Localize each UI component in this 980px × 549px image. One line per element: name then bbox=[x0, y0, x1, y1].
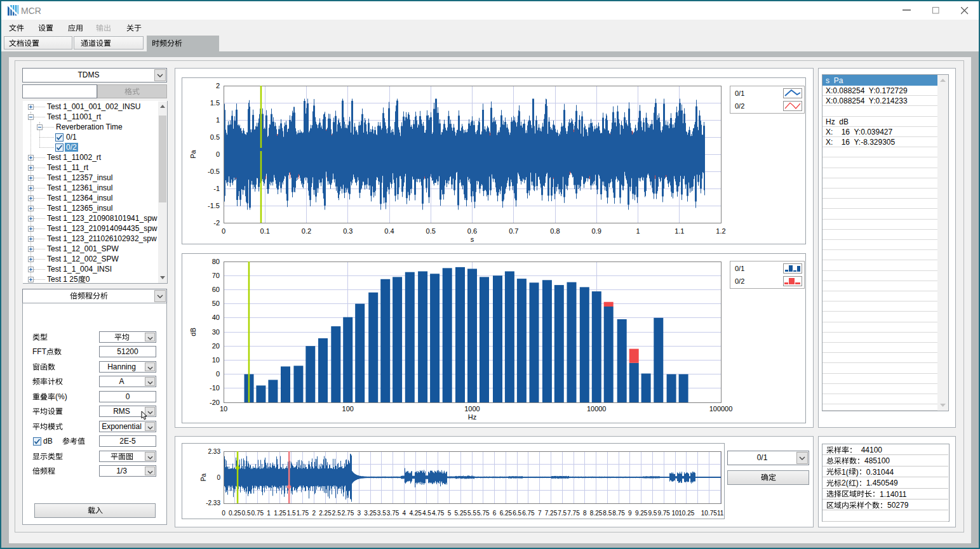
svg-text:11: 11 bbox=[717, 510, 724, 517]
svg-text:0.2: 0.2 bbox=[302, 227, 311, 235]
svg-text:9.5: 9.5 bbox=[648, 510, 657, 517]
svg-text:dB: dB bbox=[189, 327, 197, 336]
svg-text:8.5: 8.5 bbox=[603, 510, 612, 517]
svg-text:3: 3 bbox=[358, 510, 361, 517]
svg-text:2.5: 2.5 bbox=[332, 510, 341, 517]
svg-text:0.5: 0.5 bbox=[210, 133, 220, 141]
svg-text:1.1: 1.1 bbox=[675, 227, 684, 235]
svg-text:4.75: 4.75 bbox=[432, 510, 445, 517]
svg-text:0: 0 bbox=[216, 150, 220, 158]
svg-text:1.25: 1.25 bbox=[274, 510, 286, 517]
svg-text:1000: 1000 bbox=[464, 405, 480, 413]
svg-text:10: 10 bbox=[212, 356, 220, 364]
svg-text:10: 10 bbox=[220, 405, 227, 413]
svg-text:7.5: 7.5 bbox=[558, 510, 567, 517]
svg-text:5: 5 bbox=[448, 510, 452, 517]
svg-text:2.33: 2.33 bbox=[208, 448, 221, 455]
svg-text:10000: 10000 bbox=[587, 405, 607, 413]
svg-text:-10: -10 bbox=[210, 384, 220, 392]
svg-text:5.75: 5.75 bbox=[477, 510, 490, 517]
svg-text:1: 1 bbox=[216, 116, 220, 124]
svg-text:Pa: Pa bbox=[200, 473, 207, 481]
svg-text:0/1: 0/1 bbox=[735, 89, 744, 97]
svg-text:0/2: 0/2 bbox=[735, 277, 744, 285]
svg-text:3.5: 3.5 bbox=[377, 510, 386, 517]
svg-text:1.5: 1.5 bbox=[287, 510, 296, 517]
svg-text:2: 2 bbox=[312, 510, 316, 517]
svg-text:0.3: 0.3 bbox=[343, 227, 352, 235]
svg-text:0.8: 0.8 bbox=[550, 227, 560, 235]
svg-text:1.75: 1.75 bbox=[297, 510, 309, 517]
svg-text:0.9: 0.9 bbox=[592, 227, 601, 235]
svg-text:0/2: 0/2 bbox=[735, 102, 744, 110]
svg-text:7: 7 bbox=[538, 510, 542, 517]
svg-text:20: 20 bbox=[212, 342, 220, 350]
svg-text:6: 6 bbox=[493, 510, 497, 517]
svg-text:-2.33: -2.33 bbox=[206, 499, 220, 506]
svg-text:30: 30 bbox=[212, 328, 220, 336]
svg-text:0: 0 bbox=[216, 370, 220, 378]
svg-text:8.75: 8.75 bbox=[612, 510, 625, 517]
svg-text:8: 8 bbox=[583, 510, 587, 517]
svg-text:0.6: 0.6 bbox=[467, 227, 477, 235]
svg-text:9.75: 9.75 bbox=[657, 510, 670, 517]
svg-text:s: s bbox=[471, 235, 474, 243]
svg-text:0/1: 0/1 bbox=[735, 265, 744, 272]
svg-text:10: 10 bbox=[671, 510, 679, 517]
svg-text:9: 9 bbox=[628, 510, 632, 517]
svg-text:-20: -20 bbox=[210, 399, 220, 406]
svg-text:10.25: 10.25 bbox=[678, 510, 694, 517]
svg-text:4.5: 4.5 bbox=[422, 510, 431, 517]
svg-text:5.5: 5.5 bbox=[467, 510, 476, 517]
svg-text:0.25: 0.25 bbox=[229, 510, 241, 517]
svg-text:50: 50 bbox=[212, 300, 220, 307]
svg-text:4: 4 bbox=[403, 510, 406, 517]
svg-text:0: 0 bbox=[222, 227, 225, 235]
svg-text:0.5: 0.5 bbox=[242, 510, 251, 517]
svg-text:7.75: 7.75 bbox=[567, 510, 580, 517]
svg-text:7.25: 7.25 bbox=[545, 510, 558, 517]
svg-text:-2: -2 bbox=[213, 219, 220, 227]
svg-text:100000: 100000 bbox=[709, 405, 733, 413]
svg-text:0.5: 0.5 bbox=[426, 227, 436, 235]
svg-text:0.7: 0.7 bbox=[509, 227, 518, 235]
svg-text:0.4: 0.4 bbox=[384, 227, 394, 235]
svg-text:Pa: Pa bbox=[189, 149, 197, 158]
svg-text:6.75: 6.75 bbox=[522, 510, 535, 517]
svg-text:40: 40 bbox=[212, 314, 220, 321]
svg-text:1: 1 bbox=[636, 227, 640, 235]
svg-text:0: 0 bbox=[222, 510, 225, 517]
svg-text:1.2: 1.2 bbox=[716, 227, 725, 235]
svg-text:1.5: 1.5 bbox=[210, 99, 220, 107]
svg-text:6.25: 6.25 bbox=[500, 510, 513, 517]
svg-text:4.25: 4.25 bbox=[409, 510, 422, 517]
svg-text:-0.5: -0.5 bbox=[208, 168, 220, 175]
svg-text:70: 70 bbox=[212, 272, 220, 279]
svg-text:0.75: 0.75 bbox=[252, 510, 264, 517]
svg-text:Hz: Hz bbox=[468, 413, 476, 421]
svg-text:5.25: 5.25 bbox=[455, 510, 467, 517]
svg-text:10.75: 10.75 bbox=[701, 510, 717, 517]
svg-text:3.75: 3.75 bbox=[387, 510, 399, 517]
svg-text:9.25: 9.25 bbox=[635, 510, 648, 517]
svg-text:1: 1 bbox=[267, 510, 271, 517]
svg-text:8.25: 8.25 bbox=[590, 510, 603, 517]
svg-text:-1: -1 bbox=[213, 185, 220, 192]
svg-text:2.75: 2.75 bbox=[342, 510, 354, 517]
svg-text:2.25: 2.25 bbox=[319, 510, 332, 517]
svg-text:-1.5: -1.5 bbox=[208, 202, 220, 209]
svg-text:0: 0 bbox=[217, 474, 220, 481]
svg-text:100: 100 bbox=[342, 405, 354, 413]
svg-text:6.5: 6.5 bbox=[513, 510, 521, 517]
svg-text:60: 60 bbox=[212, 286, 220, 293]
svg-text:80: 80 bbox=[212, 258, 220, 265]
svg-text:0.1: 0.1 bbox=[260, 227, 270, 235]
svg-text:2: 2 bbox=[216, 82, 220, 89]
svg-text:3.25: 3.25 bbox=[364, 510, 377, 517]
